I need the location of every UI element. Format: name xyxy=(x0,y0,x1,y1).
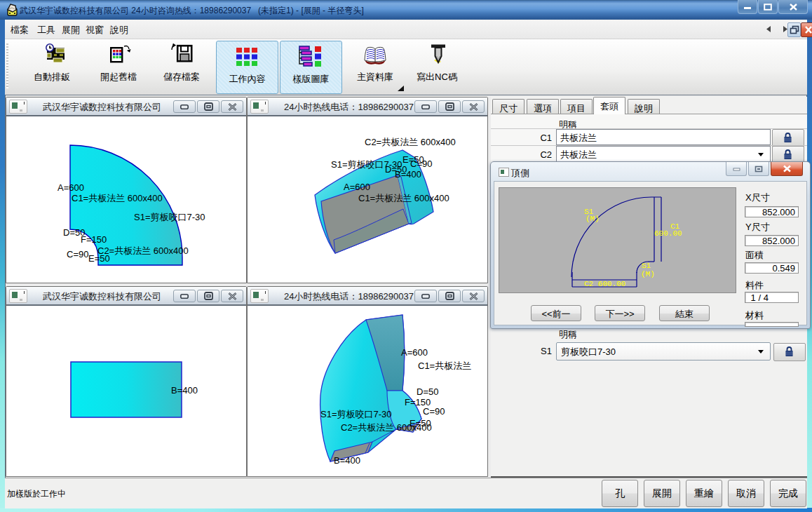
svg-text:C=90: C=90 xyxy=(67,249,88,260)
svg-text:B=400: B=400 xyxy=(334,455,360,466)
svg-text:S1: S1 xyxy=(642,262,651,270)
svg-text:S1=剪板咬口7-30: S1=剪板咬口7-30 xyxy=(320,409,392,419)
svg-text:A=600: A=600 xyxy=(401,347,428,358)
svg-text:C1=共板法兰 600x400: C1=共板法兰 600x400 xyxy=(358,193,449,203)
svg-text:(M): (M) xyxy=(641,270,655,278)
svg-text:C2=共板法兰 600x400: C2=共板法兰 600x400 xyxy=(365,137,456,147)
svg-text:(M): (M) xyxy=(586,215,600,223)
svg-text:C1=共板法兰 600x400: C1=共板法兰 600x400 xyxy=(72,193,163,203)
svg-text:600.00: 600.00 xyxy=(654,229,682,238)
svg-text:C2=共板法兰 600x400: C2=共板法兰 600x400 xyxy=(97,245,189,256)
svg-text:F=150: F=150 xyxy=(81,234,107,245)
svg-text:E=50: E=50 xyxy=(88,253,110,264)
svg-text:C2=共板法兰 600x400: C2=共板法兰 600x400 xyxy=(341,422,432,433)
svg-text:C=90: C=90 xyxy=(423,406,445,417)
svg-text:A=600: A=600 xyxy=(57,182,84,193)
svg-text:C1=共板法兰: C1=共板法兰 xyxy=(418,361,471,371)
svg-text:C=90: C=90 xyxy=(410,159,432,169)
svg-text:B=400: B=400 xyxy=(395,169,421,180)
svg-text:C2 600.00: C2 600.00 xyxy=(584,280,625,288)
svg-text:B=400: B=400 xyxy=(171,385,198,396)
svg-text:S1=剪板咬口7-30: S1=剪板咬口7-30 xyxy=(134,212,205,222)
svg-text:D=50: D=50 xyxy=(417,386,438,397)
svg-text:A=600: A=600 xyxy=(344,182,370,192)
